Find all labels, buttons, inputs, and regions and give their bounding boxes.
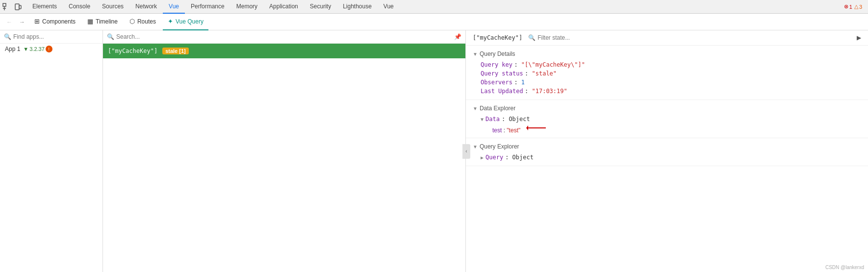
query-details-header[interactable]: ▼ Query Details [473,49,861,58]
tab-memory[interactable]: Memory [230,0,263,14]
tab-performance[interactable]: Performance [185,0,230,14]
tab-elements[interactable]: Elements [26,0,63,14]
chevron-down-icon: ▼ [473,51,478,57]
tab-vue2[interactable]: Vue [378,0,400,14]
inspect-icon[interactable] [2,2,11,11]
routes-icon: ⬡ [129,18,135,25]
query-row-mycachekey[interactable]: ["myCacheKey"] stale [1] [103,44,465,58]
chevron-down-icon-data: ▼ [473,106,478,111]
filter-icon: 🔍 [528,34,536,41]
observers-row: Observers : 1 [481,78,861,87]
alert-circle-icon: ! [46,46,52,52]
subnav-timeline[interactable]: ▦ Timeline [82,14,123,30]
svg-rect-0 [3,3,6,6]
vue-query-icon: ✦ [168,18,173,25]
filter-state-input[interactable] [537,34,611,41]
tree-chevron-right-icon: ▶ [481,155,484,160]
query-details-content: Query key : "[\"myCacheKey\"]" Query sta… [473,58,861,96]
tab-lighthouse[interactable]: Lighthouse [337,0,378,14]
tab-sources[interactable]: Sources [96,0,129,14]
pin-icon[interactable]: 📌 [454,33,461,40]
filter-state-bar: 🔍 [528,34,611,41]
data-explorer-content: ▼ Data : Object test : "test" [473,113,861,134]
query-key-row: Query key : "[\"myCacheKey\"]" [481,60,861,69]
status-indicators: ⊗ 1 △ 3 [844,3,862,10]
main-content: 🔍 App 1 ▼ 3.2.37 ! 🔍 📌 ["myCacheKey"] st… [0,30,868,272]
query-explorer-header[interactable]: ▼ Query Explorer [473,142,861,151]
stale-badge: stale [1] [162,48,189,54]
components-icon: ⊞ [34,18,40,25]
query-status-row: Query status : "stale" [481,69,861,78]
top-tab-bar: Elements Console Sources Network Vue Per… [0,0,868,14]
sidebar-search-bar: 🔍 [0,30,102,44]
subnav-vue-query[interactable]: ✦ Vue Query [163,14,208,30]
version-badge: ▼ 3.2.37 ! [23,46,52,52]
annotation-arrow [526,124,551,134]
query-explorer-content: ▶ Query : Object [473,151,861,162]
watermark: CSDN @lankerxd [825,265,864,270]
svg-rect-4 [19,5,21,9]
error-indicator: ⊗ 1 [844,3,852,10]
data-explorer-header[interactable]: ▼ Data Explorer [473,104,861,113]
warning-indicator: △ 3 [854,3,862,10]
tab-network[interactable]: Network [129,0,163,14]
query-details-section: ▼ Query Details Query key : "[\"myCacheK… [466,46,868,100]
data-object-row[interactable]: ▼ Data : Object [481,115,861,124]
query-search-bar: 🔍 📌 [103,30,465,44]
data-test-row: test : "test" [481,124,861,134]
tree-chevron-icon: ▼ [481,117,484,122]
sub-navigation: ← → ⊞ Components ▦ Timeline ⬡ Routes ✦ V… [0,14,868,30]
svg-rect-3 [15,4,19,10]
data-explorer-section: ▼ Data Explorer ▼ Data : Object test : "… [466,100,868,138]
detail-panel: ["myCacheKey"] 🔍 ▶ ▼ Query Details Query… [466,30,868,272]
vue-logo-icon: ▼ [23,46,28,52]
detail-header: ["myCacheKey"] 🔍 ▶ [466,30,868,46]
svg-marker-6 [526,125,528,130]
forward-button[interactable]: → [17,17,27,27]
query-explorer-section: ▼ Query Explorer ▶ Query : Object [466,138,868,166]
tab-vue[interactable]: Vue [163,0,185,14]
search-icon-query: 🔍 [107,33,114,40]
back-button[interactable]: ← [4,17,15,27]
subnav-components[interactable]: ⊞ Components [29,14,80,30]
search-icon: 🔍 [4,33,11,40]
tab-security[interactable]: Security [304,0,337,14]
last-updated-row: Last Updated : "17:03:19" [481,87,861,96]
app-1-item[interactable]: App 1 ▼ 3.2.37 ! [0,44,102,54]
left-sidebar: 🔍 App 1 ▼ 3.2.37 ! [0,30,103,272]
query-object-row[interactable]: ▶ Query : Object [481,153,861,162]
collapse-handle[interactable]: ‹ [462,144,470,159]
detail-pin-icon[interactable]: ▶ [857,34,861,41]
subnav-routes[interactable]: ⬡ Routes [125,14,161,30]
tab-application[interactable]: Application [263,0,304,14]
query-list-panel: 🔍 📌 ["myCacheKey"] stale [1] ‹ [103,30,466,272]
devtools-icons [2,2,23,11]
device-icon[interactable] [14,2,23,11]
query-search-input[interactable] [116,33,452,40]
chevron-down-icon-query: ▼ [473,144,478,149]
sidebar-search-input[interactable] [13,33,99,40]
tab-console[interactable]: Console [63,0,96,14]
timeline-icon: ▦ [87,18,93,25]
